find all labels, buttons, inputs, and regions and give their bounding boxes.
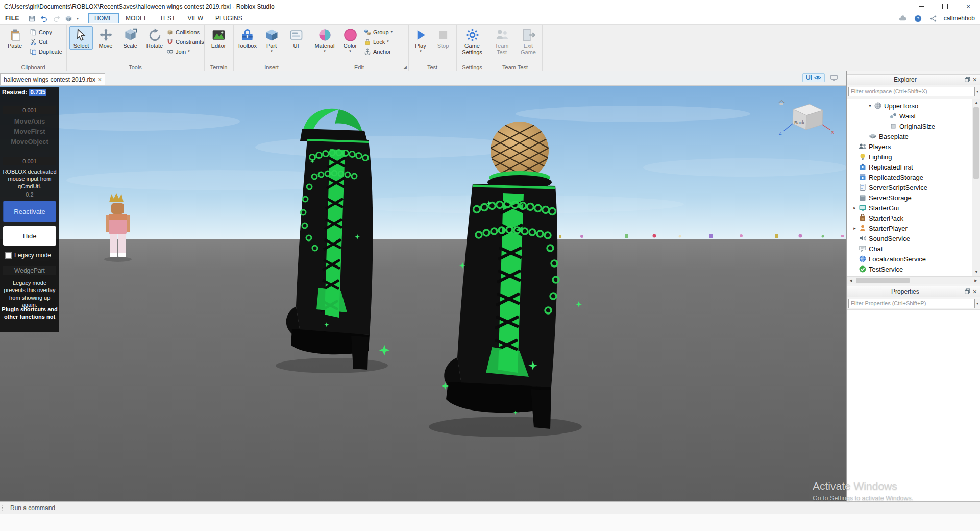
sync-cloud-icon[interactable] bbox=[898, 14, 908, 22]
ui-visibility-toggle[interactable]: UI bbox=[802, 73, 825, 82]
constraints-toggle[interactable]: Constraints bbox=[166, 37, 204, 46]
3d-viewport[interactable]: Resized:0.735 0.001 MoveAxis MoveFirst M… bbox=[0, 86, 846, 501]
tree-item-starterpack[interactable]: StarterPack bbox=[847, 213, 972, 223]
tree-item-replicatedfirst[interactable]: ReplicatedFirst bbox=[847, 162, 972, 172]
tree-item-serverscriptservice[interactable]: ServerScriptService bbox=[847, 182, 972, 192]
move-tool-button[interactable]: Move bbox=[94, 26, 117, 50]
share-icon[interactable] bbox=[929, 14, 938, 22]
stop-button[interactable]: Stop bbox=[433, 26, 453, 50]
explorer-horizontal-scrollbar[interactable]: ◀ ▶ bbox=[847, 276, 980, 284]
play-button[interactable]: Play ▾ bbox=[410, 26, 431, 54]
paste-button[interactable]: Paste bbox=[3, 26, 27, 50]
document-tab-close-icon[interactable]: × bbox=[97, 76, 102, 83]
minimize-button[interactable] bbox=[910, 0, 933, 13]
hide-button[interactable]: Hide bbox=[3, 226, 56, 246]
explorer-filter-input[interactable] bbox=[848, 87, 975, 96]
properties-filter-input[interactable] bbox=[848, 299, 975, 308]
anchor-toggle[interactable]: Anchor bbox=[364, 47, 391, 56]
ribbon-tab-view[interactable]: VIEW bbox=[182, 14, 209, 23]
scrollbar-thumb[interactable] bbox=[973, 107, 979, 179]
close-panel-icon[interactable]: × bbox=[973, 288, 977, 295]
tree-item-testservice[interactable]: TestService bbox=[847, 264, 972, 274]
game-settings-button[interactable]: Game Settings bbox=[459, 26, 485, 56]
command-input[interactable] bbox=[9, 504, 215, 512]
ribbon-tab-test[interactable]: TEST bbox=[154, 14, 181, 23]
exit-game-icon bbox=[522, 28, 535, 42]
plugin-menu-movefirst[interactable]: MoveFirst bbox=[0, 127, 59, 136]
team-test-button[interactable]: Team Test bbox=[489, 26, 514, 56]
exit-game-button[interactable]: Exit Game bbox=[516, 26, 541, 56]
ribbon-tab-home[interactable]: HOME bbox=[88, 13, 119, 23]
scrollbar-thumb[interactable] bbox=[856, 278, 910, 283]
chevron-right-icon[interactable]: ▸ bbox=[851, 226, 859, 231]
username[interactable]: callmehbob bbox=[944, 15, 975, 22]
reactivate-button[interactable]: Reactivate bbox=[3, 201, 56, 222]
select-tool-button[interactable]: Select bbox=[69, 26, 93, 50]
tree-item-serverstorage[interactable]: ServerStorage bbox=[847, 192, 972, 203]
scroll-left-icon[interactable]: ◀ bbox=[847, 277, 855, 285]
legacy-mode-checkbox[interactable] bbox=[5, 252, 12, 259]
duplicate-button[interactable]: Duplicate bbox=[30, 47, 62, 56]
close-panel-icon[interactable]: × bbox=[973, 76, 977, 83]
tree-item-label: Players bbox=[869, 143, 891, 151]
part-dropdown-button[interactable]: Part ▾ bbox=[260, 26, 283, 54]
ribbon-tab-model[interactable]: MODEL bbox=[120, 14, 153, 23]
tree-item-baseplate[interactable]: Baseplate bbox=[847, 131, 972, 141]
float-panel-icon[interactable] bbox=[964, 288, 971, 295]
file-menu-button[interactable]: FILE bbox=[0, 15, 26, 22]
explorer-vertical-scrollbar[interactable]: ▲ ▼ bbox=[972, 99, 980, 276]
titlebar: C:\Users\girl\Documents\ROBLOX\RecentSav… bbox=[0, 0, 980, 13]
document-tab[interactable]: halloween wings contest 2019.rbxl × bbox=[0, 73, 105, 85]
view-cube[interactable]: Back Z X bbox=[776, 97, 839, 144]
insert-part-quick-icon[interactable] bbox=[64, 14, 73, 22]
redo-icon[interactable] bbox=[52, 14, 61, 22]
filter-dropdown-icon[interactable]: ▾ bbox=[976, 89, 978, 94]
material-button[interactable]: Material ▾ bbox=[312, 26, 337, 54]
tree-item-waist[interactable]: Waist bbox=[847, 111, 972, 121]
chevron-right-icon[interactable]: ▸ bbox=[851, 205, 859, 210]
tree-item-replicatedstorage[interactable]: ReplicatedStorage bbox=[847, 172, 972, 182]
quick-access-dropdown-icon[interactable]: ▾ bbox=[77, 16, 79, 21]
tree-item-players[interactable]: Players bbox=[847, 141, 972, 152]
starterplayer-icon bbox=[859, 224, 867, 232]
rotate-tool-button[interactable]: Rotate bbox=[143, 26, 166, 50]
tree-item-originalsize[interactable]: OriginalSize bbox=[847, 121, 972, 131]
chevron-down-icon[interactable]: ▾ bbox=[866, 103, 874, 108]
tree-item-soundservice[interactable]: SoundService bbox=[847, 233, 972, 244]
float-panel-icon[interactable] bbox=[964, 76, 971, 83]
tree-item-starterplayer[interactable]: ▸StarterPlayer bbox=[847, 223, 972, 233]
maximize-button[interactable] bbox=[933, 0, 957, 13]
filter-dropdown-icon[interactable]: ▾ bbox=[976, 301, 978, 306]
tree-item-uppertorso[interactable]: ▾UpperTorso bbox=[847, 101, 972, 111]
device-emulation-icon[interactable] bbox=[830, 74, 838, 82]
tree-item-lighting[interactable]: Lighting bbox=[847, 152, 972, 162]
join-dropdown-button[interactable]: Join▾ bbox=[166, 47, 190, 56]
plugin-menu-moveobject[interactable]: MoveObject bbox=[0, 137, 59, 147]
terrain-editor-button[interactable]: Editor bbox=[207, 26, 230, 50]
scale-tool-button[interactable]: Scale bbox=[118, 26, 142, 50]
rotate-icon bbox=[148, 28, 162, 42]
copy-button[interactable]: Copy bbox=[30, 28, 52, 36]
group-dropdown-button[interactable]: Group▾ bbox=[364, 28, 393, 36]
cut-button[interactable]: Cut bbox=[30, 37, 47, 46]
collisions-toggle[interactable]: Collisions bbox=[166, 28, 200, 36]
save-icon[interactable] bbox=[27, 14, 36, 22]
toolbox-button[interactable]: Toolbox bbox=[235, 26, 259, 50]
lock-dropdown-button[interactable]: Lock▾ bbox=[364, 37, 389, 46]
plugin-menu-moveaxis[interactable]: MoveAxis bbox=[0, 116, 59, 126]
tree-item-localizationservice[interactable]: LocalizationService bbox=[847, 254, 972, 264]
scroll-down-icon[interactable]: ▼ bbox=[972, 268, 980, 276]
close-button[interactable]: × bbox=[957, 0, 980, 13]
viewport-3d-scene[interactable] bbox=[0, 86, 846, 501]
scroll-right-icon[interactable]: ▶ bbox=[972, 277, 980, 285]
ribbon-tab-plugins[interactable]: PLUGINS bbox=[210, 14, 248, 23]
drag-grip-icon[interactable] bbox=[1, 504, 6, 512]
tree-item-startergui[interactable]: ▸StarterGui bbox=[847, 203, 972, 213]
help-icon[interactable]: ? bbox=[914, 14, 923, 22]
view-cube-face-label[interactable]: Back bbox=[794, 120, 805, 125]
scroll-up-icon[interactable]: ▲ bbox=[972, 99, 980, 106]
color-button[interactable]: Color ▾ bbox=[339, 26, 361, 54]
tree-item-chat[interactable]: Chat bbox=[847, 244, 972, 254]
ui-button[interactable]: UI bbox=[284, 26, 308, 50]
undo-icon[interactable] bbox=[39, 14, 48, 22]
